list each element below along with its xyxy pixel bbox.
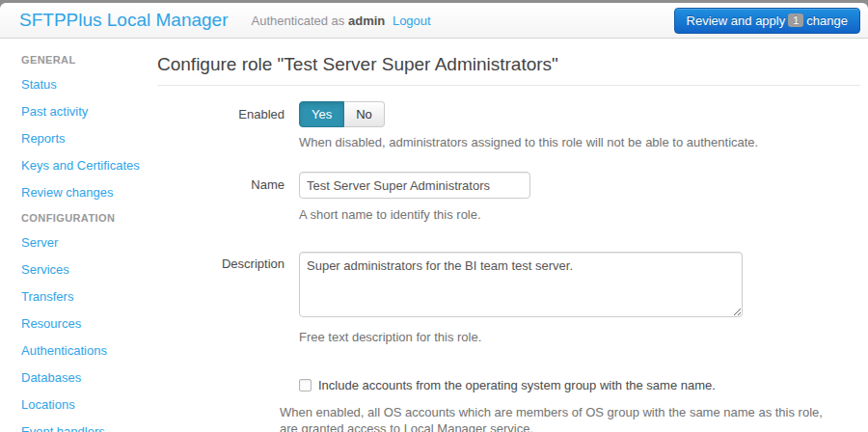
sidebar-item-locations[interactable]: Locations [0, 392, 154, 418]
sidebar-item-reports[interactable]: Reports [0, 125, 154, 152]
os-group-help-text: When enabled, all OS accounts which are … [280, 404, 839, 432]
os-group-checkbox-row[interactable]: Include accounts from the operating syst… [299, 378, 860, 392]
page-title: Configure role "Test Server Super Admini… [157, 54, 860, 75]
review-button-suffix: change [806, 14, 848, 28]
description-textarea[interactable]: Super administrators for the BI team tes… [299, 252, 743, 317]
window-top-edge: SFTPPlus Local Manager Authenticated as … [0, 0, 868, 39]
sidebar-item-services[interactable]: Services [0, 256, 154, 284]
app-brand: SFTPPlus Local Manager [0, 10, 238, 31]
os-group-checkbox-label: Include accounts from the operating syst… [318, 378, 716, 392]
description-label: Description [157, 252, 299, 345]
sidebar-item-transfers[interactable]: Transfers [0, 284, 154, 310]
change-count-badge: 1 [788, 14, 803, 27]
name-input[interactable] [299, 172, 530, 199]
logout-link[interactable]: Logout [393, 14, 431, 28]
enabled-yes-button[interactable]: Yes [299, 101, 344, 127]
sidebar-item-databases[interactable]: Databases [0, 364, 154, 392]
sidebar-item-authentications[interactable]: Authentications [0, 338, 154, 364]
main-content: Configure role "Test Server Super Admini… [154, 39, 868, 432]
sidebar-item-event-handlers[interactable]: Event handlers [0, 418, 154, 432]
name-label: Name [157, 172, 299, 223]
enabled-help-text: When disabled, administrators assigned t… [299, 134, 858, 150]
os-group-checkbox[interactable] [299, 379, 312, 392]
sidebar-item-review-changes[interactable]: Review changes [0, 179, 154, 206]
sidebar-item-status[interactable]: Status [0, 71, 154, 98]
enabled-label: Enabled [157, 101, 299, 150]
sidebar-section-general: GENERAL [0, 48, 154, 71]
enabled-no-button[interactable]: No [344, 101, 385, 127]
auth-prefix: Authenticated as [252, 14, 345, 28]
form-row-name: Name A short name to identify this role. [157, 172, 860, 223]
sidebar-item-server[interactable]: Server [0, 230, 154, 256]
name-help-text: A short name to identify this role. [299, 206, 858, 223]
sidebar-item-resources[interactable]: Resources [0, 310, 154, 338]
enabled-toggle-group: Yes No [299, 101, 385, 127]
form-row-enabled: Enabled Yes No When disabled, administra… [157, 101, 860, 150]
auth-status: Authenticated as admin Logout [252, 14, 431, 28]
sidebar-item-keys-and-certificates[interactable]: Keys and Certificates [0, 152, 154, 179]
review-button-prefix: Review and apply [687, 14, 786, 28]
sidebar-nav: GENERAL Status Past activity Reports Key… [0, 39, 154, 432]
sidebar-section-configuration: CONFIGURATION [0, 206, 154, 230]
form-row-description: Description Super administrators for the… [157, 252, 860, 345]
form-row-os-group: Include accounts from the operating syst… [157, 378, 860, 432]
title-divider [157, 85, 860, 86]
review-and-apply-change-button[interactable]: Review and apply1change [674, 8, 860, 34]
description-help-text: Free text description for this role. [299, 329, 858, 345]
top-navbar: SFTPPlus Local Manager Authenticated as … [0, 3, 868, 39]
sidebar-item-past-activity[interactable]: Past activity [0, 98, 154, 125]
os-group-label-spacer [157, 378, 299, 432]
auth-username: admin [348, 14, 385, 28]
